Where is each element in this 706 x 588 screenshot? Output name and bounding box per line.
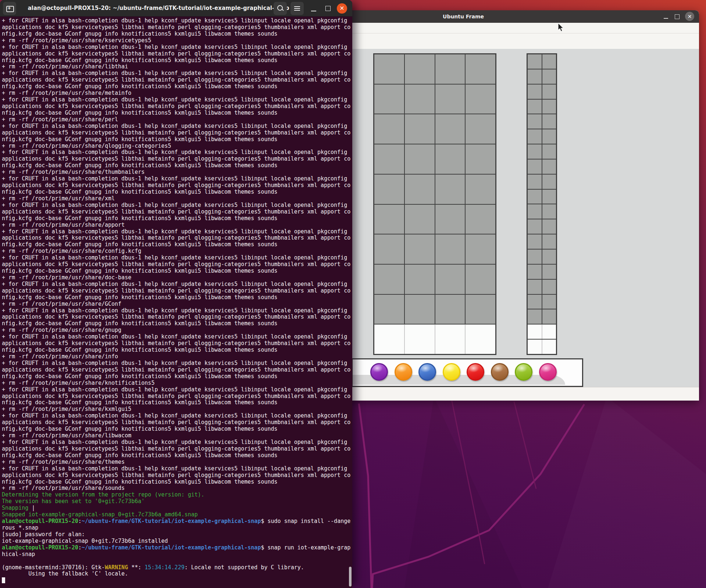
peg-cell (542, 175, 556, 189)
board-cell[interactable] (405, 175, 435, 204)
color-ball-purple[interactable] (370, 363, 388, 381)
terminal-line: nfig.kcfg doc-base GConf gnupg info knot… (2, 57, 352, 64)
board-cell[interactable] (405, 325, 435, 354)
menu-button[interactable] (290, 2, 304, 15)
board-cell[interactable] (466, 295, 495, 324)
board-cell[interactable] (405, 234, 435, 264)
board-cell[interactable] (374, 295, 404, 324)
board-cell[interactable] (374, 85, 404, 114)
peg-cell (528, 85, 542, 99)
board-cell[interactable] (466, 144, 495, 174)
color-ball-red[interactable] (467, 363, 484, 381)
terminal-maximize-button[interactable] (321, 2, 335, 15)
peg-cell (528, 265, 542, 279)
terminal-line: applications doc kf5 kservicetypes5 libt… (2, 129, 352, 136)
board-cell[interactable] (374, 54, 404, 84)
terminal-line: nfig.kcfg doc-base GConf gnupg info knot… (2, 83, 352, 90)
board-cell[interactable] (374, 114, 404, 144)
board-cell[interactable] (405, 85, 435, 114)
terminal-line: + rm -rf /root/prime/usr/share/libthai (2, 63, 352, 70)
board-cell[interactable] (405, 265, 435, 294)
feedback-peg-board (527, 53, 557, 355)
board-cell[interactable] (466, 205, 495, 234)
board-row (528, 85, 556, 99)
board-cell[interactable] (405, 54, 435, 84)
board-cell[interactable] (435, 265, 465, 294)
board-cell[interactable] (435, 144, 465, 174)
board-cell[interactable] (374, 234, 404, 264)
board-cell[interactable] (435, 114, 465, 144)
color-ball-magenta[interactable] (539, 363, 557, 381)
board-row (528, 144, 556, 159)
peg-cell (542, 204, 556, 219)
board-cell[interactable] (405, 114, 435, 144)
terminal-line: nfig.kcfg doc-base GConf gnupg info knot… (2, 136, 352, 143)
board-cell[interactable] (435, 205, 465, 234)
search-button[interactable] (274, 2, 287, 15)
color-ball-yellow[interactable] (443, 363, 460, 381)
terminal-cursor (2, 577, 5, 583)
board-cell[interactable] (466, 85, 495, 114)
terminal-title: alan@octopull-PROX15-20: ~/ubuntu-frame/… (28, 5, 289, 11)
board-cell[interactable] (466, 54, 495, 84)
terminal-close-button[interactable]: ✕ (335, 2, 349, 15)
board-row (374, 265, 495, 294)
plus-icon: + (8, 6, 11, 11)
board-cell[interactable] (466, 234, 495, 264)
terminal-line: applications doc kf5 kservicetypes5 libt… (2, 445, 352, 452)
terminal-line: Snapped iot-example-graphical-snap_0+git… (2, 511, 352, 518)
peg-cell (542, 295, 556, 309)
terminal-scrollbar[interactable] (349, 567, 352, 587)
frame-minimize-button[interactable] (661, 10, 672, 23)
board-cell[interactable] (466, 114, 495, 144)
board-cell[interactable] (374, 144, 404, 174)
color-ball-blue[interactable] (418, 363, 436, 381)
board-cell[interactable] (405, 295, 435, 324)
board-row (528, 340, 556, 354)
board-cell[interactable] (405, 144, 435, 174)
board-row (528, 325, 556, 339)
frame-maximize-button[interactable] (672, 10, 683, 23)
board-cell[interactable] (374, 205, 404, 234)
board-cell[interactable] (374, 325, 404, 354)
board-cell[interactable] (435, 54, 465, 84)
peg-cell (542, 265, 556, 279)
close-icon: ✕ (688, 14, 692, 19)
terminal-line: nfig.kcfg doc-base GConf gnupg info knot… (2, 426, 352, 432)
color-ball-green[interactable] (515, 363, 532, 381)
color-ball-orange[interactable] (395, 363, 412, 381)
maximize-icon (675, 14, 680, 19)
hamburger-icon (294, 6, 300, 7)
color-ball-brown[interactable] (491, 363, 509, 381)
peg-cell (528, 234, 542, 249)
terminal-titlebar[interactable]: + alan@octopull-PROX15-20: ~/ubuntu-fram… (0, 0, 352, 17)
board-row (374, 325, 495, 354)
board-cell[interactable] (435, 175, 465, 204)
peg-cell (528, 54, 542, 69)
peg-cell (528, 340, 542, 354)
terminal-line: nfig.kcfg doc-base GConf gnupg info knot… (2, 189, 352, 195)
new-tab-button[interactable]: + (3, 2, 16, 15)
terminal-line: + rm -rf /root/prime/usr/share/apport (2, 222, 352, 228)
terminal-minimize-button[interactable] (307, 2, 321, 15)
terminal-line: applications doc kf5 kservicetypes5 libt… (2, 155, 352, 162)
frame-close-button[interactable]: ✕ (684, 10, 695, 23)
board-cell[interactable] (405, 205, 435, 234)
board-cell[interactable] (435, 234, 465, 264)
board-cell[interactable] (374, 175, 404, 204)
board-cell[interactable] (435, 85, 465, 114)
peg-cell (528, 159, 542, 174)
maximize-icon (325, 6, 331, 11)
board-cell[interactable] (466, 265, 495, 294)
terminal-line: + rm -rf /root/prime/usr/share/info (2, 353, 352, 360)
board-cell[interactable] (435, 295, 465, 324)
guess-board (373, 53, 496, 355)
board-cell[interactable] (466, 175, 495, 204)
board-cell[interactable] (374, 265, 404, 294)
terminal-line: + rm -rf /root/prime/usr/share/metainfo (2, 90, 352, 96)
peg-cell (528, 250, 542, 264)
desktop: Ubuntu Frame ✕ + alan@octopu (0, 0, 706, 588)
peg-cell (528, 129, 542, 144)
board-cell[interactable] (466, 325, 495, 354)
board-cell[interactable] (435, 325, 465, 354)
